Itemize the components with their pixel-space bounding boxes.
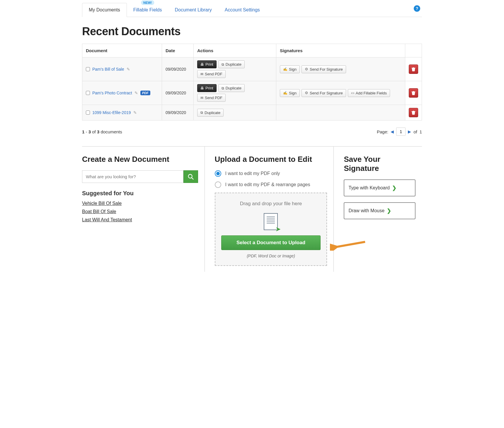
radio-icon bbox=[215, 181, 221, 188]
document-icon: ➤ bbox=[264, 213, 278, 230]
suggestion-link[interactable]: Last Will And Testament bbox=[82, 217, 198, 223]
trash-icon bbox=[411, 110, 416, 115]
draw-signature-button[interactable]: Draw with Mouse❯ bbox=[344, 202, 416, 219]
page-label: Page: bbox=[377, 129, 388, 134]
send-for-signature-button[interactable]: ⯐Send For Signature bbox=[302, 89, 346, 97]
row-checkbox[interactable] bbox=[86, 67, 90, 71]
table-row: Pam's Photo Contract✎PDF09/09/2020🖶Print… bbox=[82, 81, 422, 105]
radio-icon bbox=[215, 170, 221, 177]
date-cell: 09/09/2020 bbox=[162, 81, 194, 105]
send-for-signature-button-icon: ⯐ bbox=[305, 91, 308, 95]
signature-panel: Save Your Signature Type with Keyboard❯ … bbox=[333, 147, 422, 272]
delete-button[interactable] bbox=[409, 88, 418, 98]
th-document: Document bbox=[82, 44, 162, 57]
create-document-panel: Create a New Document Suggested for You … bbox=[82, 147, 205, 272]
select-upload-button[interactable]: Select a Document to Upload bbox=[221, 235, 321, 250]
svg-point-0 bbox=[188, 174, 192, 178]
drop-text: Drag and drop your file here bbox=[221, 201, 321, 207]
trash-icon bbox=[411, 91, 416, 95]
radio-edit-only[interactable]: I want to edit my PDF only bbox=[215, 170, 327, 177]
date-cell: 09/09/2020 bbox=[162, 105, 194, 120]
doc-link[interactable]: Pam's Bill of Sale bbox=[92, 67, 124, 72]
duplicate-button[interactable]: ⧉Duplicate bbox=[197, 109, 224, 117]
doc-link[interactable]: Pam's Photo Contract bbox=[92, 91, 132, 95]
drop-zone[interactable]: Drag and drop your file here ➤ Select a … bbox=[215, 193, 327, 266]
edit-icon[interactable]: ✎ bbox=[133, 110, 137, 115]
duplicate-button[interactable]: ⧉Duplicate bbox=[218, 60, 245, 68]
pdf-badge: PDF bbox=[140, 91, 150, 95]
doc-link[interactable]: 1099 Misc-Efile-2019 bbox=[92, 110, 131, 115]
print-button-icon: 🖶 bbox=[200, 86, 204, 90]
page-prev-icon[interactable]: ◀ bbox=[391, 129, 394, 134]
search-input[interactable] bbox=[82, 170, 183, 183]
suggested-title: Suggested for You bbox=[82, 190, 198, 197]
suggestion-link[interactable]: Boat Bill Of Sale bbox=[82, 209, 198, 214]
trash-icon bbox=[411, 67, 416, 72]
table-row: 1099 Misc-Efile-2019✎09/09/2020⧉Duplicat… bbox=[82, 105, 422, 120]
sign-button[interactable]: ✍Sign bbox=[280, 65, 300, 73]
row-checkbox[interactable] bbox=[86, 91, 90, 95]
duplicate-button-icon: ⧉ bbox=[200, 111, 203, 115]
signature-title: Save Your Signature bbox=[344, 155, 416, 173]
add-fillable-button-icon: ▭ bbox=[351, 91, 354, 95]
sign-button[interactable]: ✍Sign bbox=[280, 89, 300, 97]
tab-document-library[interactable]: Document Library bbox=[168, 3, 218, 17]
pagination-summary: 1 - 3 of 3 documents bbox=[82, 129, 122, 134]
edit-icon[interactable]: ✎ bbox=[127, 67, 130, 72]
documents-table: Document Date Actions Signatures Pam's B… bbox=[82, 44, 422, 120]
th-signatures: Signatures bbox=[276, 44, 405, 57]
sign-button-icon: ✍ bbox=[283, 91, 287, 95]
send-pdf-button-icon: ✉ bbox=[200, 72, 203, 76]
chevron-right-icon: ❯ bbox=[392, 185, 396, 191]
delete-button[interactable] bbox=[409, 64, 418, 74]
upload-panel: Upload a Document to Edit I want to edit… bbox=[205, 147, 334, 272]
search-button[interactable] bbox=[183, 170, 198, 183]
cursor-icon: ➤ bbox=[275, 225, 281, 233]
page-next-icon[interactable]: ▶ bbox=[408, 129, 411, 134]
tab-bar: My Documents NEW! Fillable Fields Docume… bbox=[82, 3, 422, 17]
upload-subtext: (PDF, Word Doc or Image) bbox=[221, 254, 321, 258]
duplicate-button-icon: ⧉ bbox=[222, 86, 224, 90]
upload-title: Upload a Document to Edit bbox=[215, 155, 327, 164]
help-icon[interactable]: ? bbox=[414, 5, 420, 12]
th-date: Date bbox=[162, 44, 194, 57]
th-actions: Actions bbox=[194, 44, 276, 57]
sign-button-icon: ✍ bbox=[283, 67, 287, 71]
svg-line-1 bbox=[191, 177, 193, 179]
tab-my-documents[interactable]: My Documents bbox=[82, 3, 127, 17]
tab-fillable-fields[interactable]: NEW! Fillable Fields bbox=[127, 3, 168, 17]
arrow-annotation-icon bbox=[330, 236, 368, 251]
send-pdf-button[interactable]: ✉Send PDF bbox=[197, 94, 226, 102]
print-button[interactable]: 🖶Print bbox=[197, 60, 217, 68]
page-input[interactable] bbox=[396, 128, 406, 136]
pager: Page: ◀ ▶ of 1 bbox=[377, 128, 422, 136]
send-pdf-button-icon: ✉ bbox=[200, 96, 203, 100]
create-title: Create a New Document bbox=[82, 155, 198, 164]
delete-button[interactable] bbox=[409, 108, 418, 117]
chevron-right-icon: ❯ bbox=[387, 208, 391, 214]
table-row: Pam's Bill of Sale✎09/09/2020🖶Print⧉Dupl… bbox=[82, 57, 422, 81]
add-fillable-button[interactable]: ▭Add Fillable Fields bbox=[348, 89, 390, 97]
date-cell: 09/09/2020 bbox=[162, 57, 194, 81]
suggestion-link[interactable]: Vehicle Bill Of Sale bbox=[82, 201, 198, 206]
send-for-signature-button-icon: ⯐ bbox=[305, 67, 308, 71]
svg-line-2 bbox=[335, 242, 365, 247]
radio-edit-rearrange[interactable]: I want to edit my PDF & rearrange pages bbox=[215, 181, 327, 188]
duplicate-button-icon: ⧉ bbox=[222, 62, 224, 67]
send-for-signature-button[interactable]: ⯐Send For Signature bbox=[302, 65, 346, 73]
send-pdf-button[interactable]: ✉Send PDF bbox=[197, 70, 226, 78]
search-icon bbox=[188, 174, 194, 180]
new-badge: NEW! bbox=[141, 0, 154, 5]
duplicate-button[interactable]: ⧉Duplicate bbox=[218, 84, 245, 92]
print-button-icon: 🖶 bbox=[200, 62, 204, 67]
print-button[interactable]: 🖶Print bbox=[197, 84, 217, 92]
row-checkbox[interactable] bbox=[86, 111, 90, 115]
type-signature-button[interactable]: Type with Keyboard❯ bbox=[344, 179, 416, 196]
edit-icon[interactable]: ✎ bbox=[134, 91, 138, 95]
page-title: Recent Documents bbox=[82, 25, 422, 38]
tab-account-settings[interactable]: Account Settings bbox=[218, 3, 266, 17]
